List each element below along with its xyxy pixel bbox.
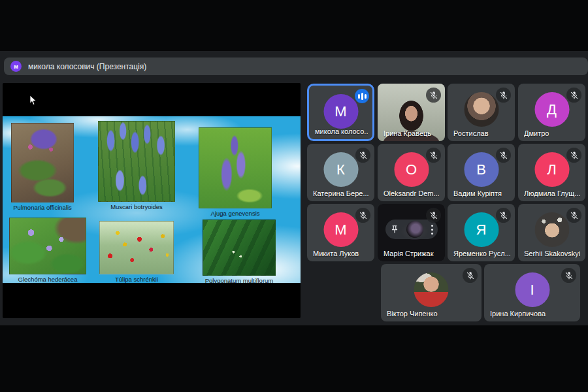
participant-name: Катерина Бере... <box>313 189 369 197</box>
avatar: Л <box>534 152 569 187</box>
participant-tile-iryna-kravets[interactable]: Ірина Кравець <box>378 84 445 141</box>
recording-frame: м микола колосович (Презентація) Pulmona… <box>0 0 588 392</box>
presenter-title: микола колосович (Презентація) <box>28 62 146 71</box>
avatar-initial: Л <box>547 161 556 178</box>
mouse-cursor <box>29 95 37 106</box>
flower-photo-tulipa <box>99 221 174 274</box>
participant-name: Ростислав <box>453 129 489 137</box>
participant-name: Дмитро <box>524 129 549 137</box>
flower-card: Polygonatum multiflorum <box>203 220 276 284</box>
more-options-icon[interactable] <box>431 225 433 235</box>
participant-tile-rostyslav[interactable]: Ростислав <box>448 84 515 141</box>
avatar: В <box>464 152 498 187</box>
mic-off-icon <box>463 268 478 283</box>
avatar-photo <box>414 272 449 307</box>
avatar-initial: К <box>336 161 345 178</box>
tile-hover-controls <box>385 220 438 239</box>
avatar-initial: Я <box>476 221 487 238</box>
flower-photo-ajuga <box>199 127 272 208</box>
flower-card: Pulmonaria officinalis <box>11 123 74 211</box>
participant-name: Яременко Русл... <box>453 250 510 257</box>
participant-tile-maria[interactable]: Марія Стрижак <box>378 204 445 261</box>
participant-name: Людмила Глущ... <box>524 189 580 197</box>
flower-caption: Ajuga genevensis <box>199 210 272 217</box>
avatar-photo <box>534 212 569 247</box>
mic-off-icon <box>496 208 511 223</box>
participant-name: Oleksandr Dem... <box>384 189 440 197</box>
avatar: Я <box>464 212 498 247</box>
participant-name: Ірина Кирпичова <box>490 310 546 318</box>
mic-off-icon <box>496 88 511 103</box>
flower-caption: Glechóma hederácea <box>9 276 86 283</box>
flower-card: Muscari botryoides <box>98 121 175 210</box>
participant-name: микола колосо... <box>315 127 368 135</box>
avatar-initial: В <box>476 161 486 178</box>
meeting-window: м микола колосович (Презентація) Pulmona… <box>0 51 588 325</box>
avatar: М <box>323 212 358 247</box>
speaking-indicator-icon <box>355 89 369 103</box>
participant-name: Марія Стрижак <box>384 250 434 257</box>
flower-photo-pulmonaria <box>11 123 74 203</box>
flower-caption: Túlipa schrénkii <box>99 276 174 283</box>
avatar-initial: Д <box>547 101 557 118</box>
avatar: O <box>394 152 429 187</box>
avatar: Д <box>534 92 569 127</box>
avatar: І <box>515 272 549 307</box>
avatar-initial: O <box>406 161 417 178</box>
flower-photo-glechoma <box>9 218 86 274</box>
participant-name: Віктор Чипенко <box>387 310 438 318</box>
mic-off-icon <box>566 148 581 163</box>
mic-off-icon <box>566 88 581 103</box>
pin-icon[interactable] <box>390 225 399 234</box>
flower-caption: Pulmonaria officinalis <box>11 204 74 211</box>
participant-name: Ірина Кравець <box>384 129 431 137</box>
mic-off-icon <box>561 268 576 283</box>
participant-tile-mykola[interactable]: M микола колосо... <box>307 84 374 141</box>
presentation-slide: Pulmonaria officinalis Muscari botryoide… <box>3 116 301 283</box>
participant-name: Вадим Куріптя <box>453 189 502 197</box>
video-thumbnail <box>406 221 423 238</box>
avatar: M <box>323 94 358 129</box>
presenter-banner: м микола колосович (Презентація) <box>4 57 588 75</box>
flower-card: Túlipa schrénkii <box>99 221 174 283</box>
mic-off-icon <box>566 208 581 223</box>
mic-off-icon <box>426 208 441 223</box>
mic-off-icon <box>426 148 441 163</box>
mic-off-icon <box>355 208 370 223</box>
participant-tile-viktor[interactable]: Віктор Чипенко <box>381 264 482 321</box>
flower-photo-muscari <box>98 121 175 202</box>
avatar-initial: М <box>335 221 346 238</box>
participant-tile-iryna-kyrpychova[interactable]: І Ірина Кирпичова <box>484 264 580 321</box>
participant-tile-mykyta[interactable]: М Микита Луков <box>307 204 374 261</box>
participant-tile-oleksandr[interactable]: O Oleksandr Dem... <box>378 144 445 201</box>
flower-caption: Polygonatum multiflorum <box>203 277 276 284</box>
flower-caption: Muscari botryoides <box>98 203 175 210</box>
participant-tile-yaremenko[interactable]: Я Яременко Русл... <box>448 204 515 261</box>
participant-name: Serhii Skakovskyi <box>524 250 580 257</box>
participant-tile-liudmyla[interactable]: Л Людмила Глущ... <box>518 144 585 201</box>
flower-card: Glechóma hederácea <box>9 218 86 283</box>
participant-tile-serhii[interactable]: Serhii Skakovskyi <box>518 204 585 261</box>
mic-off-icon <box>426 88 441 103</box>
avatar-photo <box>464 92 498 127</box>
mic-off-icon <box>496 148 511 163</box>
flower-photo-polygonatum <box>203 220 276 276</box>
mic-off-icon <box>355 148 370 163</box>
participant-name: Микита Луков <box>313 250 359 257</box>
avatar-initial: І <box>530 282 534 299</box>
flower-card: Ajuga genevensis <box>199 127 272 217</box>
participant-tile-dmytro[interactable]: Д Дмитро <box>518 84 585 141</box>
participant-tile-kateryna[interactable]: К Катерина Бере... <box>307 144 374 201</box>
screen-share-area: Pulmonaria officinalis Muscari botryoide… <box>3 83 301 318</box>
participant-tile-vadym[interactable]: В Вадим Куріптя <box>448 144 515 201</box>
avatar-initial: M <box>335 103 346 120</box>
presenter-initial: м <box>14 63 18 70</box>
avatar: К <box>323 152 358 187</box>
presenter-avatar: м <box>10 61 22 72</box>
